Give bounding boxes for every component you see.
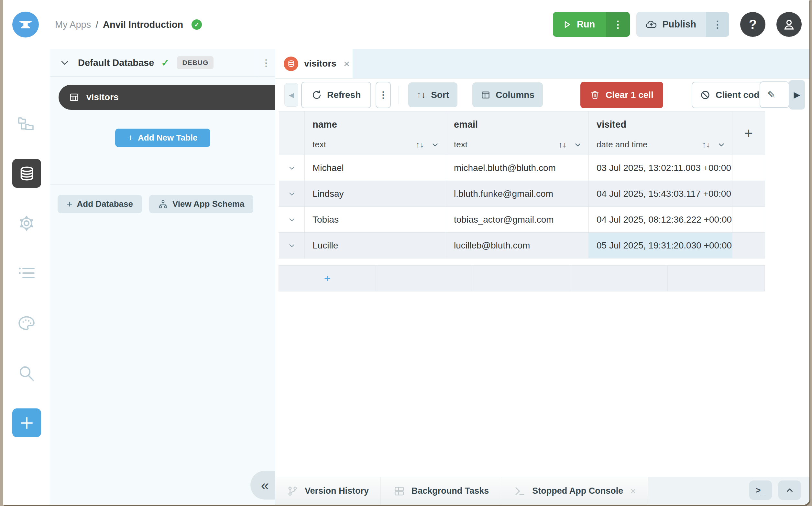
column-type: date and time: [597, 140, 702, 150]
list-icon[interactable]: [18, 266, 35, 280]
table-options-button[interactable]: ⋮: [376, 82, 391, 108]
add-column-button[interactable]: +: [732, 111, 765, 155]
add-row-button[interactable]: +: [279, 266, 376, 291]
app-browser-icon[interactable]: [17, 117, 36, 132]
scroll-left-button[interactable]: ◀: [284, 83, 298, 107]
run-split-button: Run ⋮: [553, 12, 630, 37]
view-app-schema-button[interactable]: View App Schema: [149, 195, 254, 213]
kebab-icon: ⋮: [613, 19, 623, 30]
row-expander[interactable]: [279, 181, 305, 207]
cell-email[interactable]: michael.bluth@bluth.com: [446, 155, 589, 181]
row-expander[interactable]: [279, 207, 305, 233]
settings-gear-icon[interactable]: [18, 215, 35, 232]
tasks-icon: [393, 485, 405, 497]
column-title: email: [454, 119, 582, 130]
expand-panel-button[interactable]: [779, 481, 801, 500]
panel-bottom-actions: + Add Database View App Schema: [50, 184, 275, 213]
cell-email[interactable]: tobias_actor@gmail.com: [446, 207, 589, 233]
cloud-upload-icon: [646, 19, 657, 30]
column-type: text: [313, 140, 416, 150]
chevron-down-icon[interactable]: [60, 58, 70, 68]
publish-options-button[interactable]: ⋮: [706, 12, 729, 37]
sort-arrows-icon[interactable]: ↑↓: [558, 140, 566, 149]
scroll-right-button[interactable]: ▶: [789, 80, 805, 109]
breadcrumb: My Apps / Anvil Introduction ✓: [55, 19, 202, 31]
search-icon[interactable]: [18, 364, 35, 382]
column-header-visited[interactable]: visited date and time ↑↓: [589, 111, 732, 155]
plus-icon: +: [128, 133, 134, 144]
clear-cell-button[interactable]: Clear 1 cell: [581, 82, 663, 108]
run-button[interactable]: Run: [553, 12, 606, 37]
tab-close-icon[interactable]: ×: [344, 58, 350, 70]
cell-email[interactable]: lucilleb@bluth.com: [446, 233, 589, 258]
cell-visited[interactable]: 04 Jul 2025, 15:43:03.117 +00:00: [589, 181, 732, 207]
tab-visitors[interactable]: visitors ×: [275, 49, 353, 78]
question-icon: ?: [749, 17, 757, 32]
column-header-email[interactable]: email text ↑↓: [446, 111, 589, 155]
database-title: Default Database: [78, 58, 154, 68]
plus-icon: +: [67, 199, 72, 210]
sort-arrows-icon[interactable]: ↑↓: [416, 140, 424, 149]
cell-name[interactable]: Lindsay: [305, 181, 446, 207]
view-app-schema-label: View App Schema: [173, 199, 245, 209]
app-title[interactable]: Anvil Introduction: [103, 19, 183, 30]
play-icon: [562, 20, 571, 29]
bottom-tool-bar: Version History Background Tasks: [275, 477, 809, 505]
sort-button[interactable]: ↑↓ Sort: [408, 82, 458, 107]
terminal-icon: [514, 485, 526, 497]
kebab-icon: ⋮: [379, 89, 388, 100]
cell-email[interactable]: l.bluth.funke@gmail.com: [446, 181, 589, 207]
cell-name[interactable]: Lucille: [305, 233, 446, 258]
database-icon[interactable]: [12, 159, 41, 188]
collapse-panel-button[interactable]: «: [250, 471, 275, 500]
refresh-button[interactable]: Refresh: [301, 82, 371, 108]
cell-name[interactable]: Tobias: [305, 207, 446, 233]
run-options-button[interactable]: ⋮: [606, 12, 630, 37]
refresh-label: Refresh: [327, 90, 361, 100]
edit-button[interactable]: ✎: [760, 81, 789, 108]
column-title: visited: [597, 119, 726, 130]
theme-palette-icon[interactable]: [17, 315, 36, 331]
row-expander[interactable]: [279, 155, 305, 181]
add-plus-icon[interactable]: [12, 408, 41, 437]
cell-empty: [732, 207, 765, 233]
forward-triangle-icon: ▶: [794, 90, 800, 100]
chevron-down-icon[interactable]: [573, 141, 582, 149]
cell-empty: [667, 266, 764, 291]
add-new-table-button[interactable]: + Add New Table: [115, 129, 210, 147]
refresh-icon: [312, 90, 322, 100]
chevron-down-icon[interactable]: [431, 141, 439, 149]
column-header-name[interactable]: name text ↑↓: [305, 111, 446, 155]
saved-check-icon: ✓: [192, 19, 202, 30]
console-close-icon[interactable]: ×: [630, 486, 636, 497]
account-button[interactable]: [776, 12, 802, 37]
back-triangle-icon: ◀: [289, 91, 294, 99]
cell-empty: [376, 266, 473, 291]
cell-visited[interactable]: 03 Jul 2025, 13:02:11.003 +00:00: [589, 155, 732, 181]
cell-name[interactable]: Michael: [305, 155, 446, 181]
columns-button[interactable]: Columns: [472, 82, 543, 107]
breadcrumb-section[interactable]: My Apps: [55, 19, 91, 30]
app-console-tab[interactable]: Stopped App Console ×: [502, 477, 648, 505]
help-button[interactable]: ?: [740, 12, 765, 37]
app-console-label: Stopped App Console: [532, 486, 623, 496]
table-item-visitors[interactable]: visitors: [59, 85, 275, 110]
cell-visited-selected[interactable]: 05 Jul 2025, 19:31:20.030 +00:00: [589, 233, 732, 258]
version-history-tab[interactable]: Version History: [275, 477, 381, 505]
editor-tab-bar: visitors ×: [275, 49, 809, 79]
cell-visited[interactable]: 04 Jul 2025, 08:12:36.222 +00:00: [589, 207, 732, 233]
table-item-label: visitors: [86, 92, 119, 102]
open-console-button[interactable]: >_: [749, 481, 772, 500]
chevron-down-icon[interactable]: [717, 141, 726, 149]
row-expander[interactable]: [279, 233, 305, 258]
background-tasks-tab[interactable]: Background Tasks: [381, 477, 502, 505]
add-database-button[interactable]: + Add Database: [58, 195, 142, 213]
git-branch-icon: [287, 485, 298, 497]
anvil-logo-icon[interactable]: [12, 12, 39, 37]
left-icon-sidebar: [3, 49, 50, 505]
sort-arrows-icon[interactable]: ↑↓: [702, 140, 710, 149]
add-new-table-label: Add New Table: [138, 133, 197, 143]
database-menu-button[interactable]: ⋮: [257, 49, 275, 77]
database-panel-header: Default Database ✓ DEBUG ⋮: [50, 49, 275, 77]
publish-button[interactable]: Publish: [636, 12, 706, 37]
